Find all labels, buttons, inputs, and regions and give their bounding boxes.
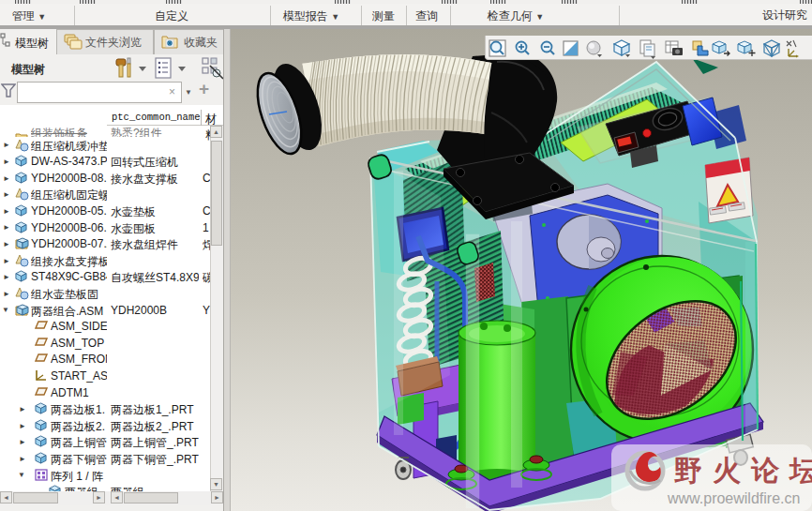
svg-text:野火论坛: 野火论坛 — [673, 455, 812, 486]
svg-text:www.proewildfire.cn: www.proewildfire.cn — [667, 490, 800, 506]
